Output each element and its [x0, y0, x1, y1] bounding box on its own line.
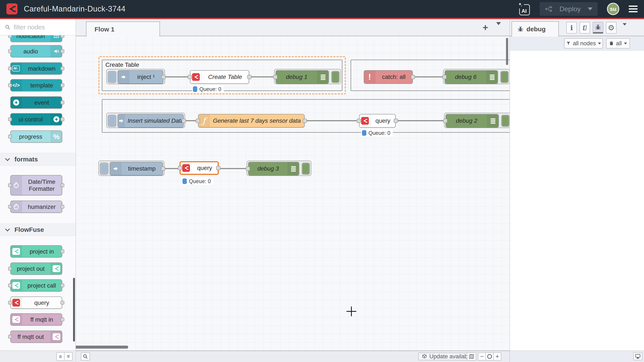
node-catch-all[interactable]: ! catch: all	[364, 70, 413, 84]
canvas-vertical-scrollbar[interactable]	[506, 38, 508, 65]
info-tab-button[interactable]: i	[566, 22, 577, 34]
node-debug-1[interactable]: debug 1	[276, 70, 329, 84]
palette-node-markdown[interactable]: M↓ markdown	[10, 62, 62, 75]
palette-node-ui-control[interactable]: ui control	[10, 113, 62, 126]
palette-node-ff-mqtt-out[interactable]: ff mqtt out	[10, 331, 62, 343]
node-generate-sensor-data[interactable]: ƒ Generate last 7 days sensor data	[198, 114, 304, 128]
output-port[interactable]	[161, 167, 165, 171]
tab-debug[interactable]: debug	[512, 21, 559, 37]
flow-canvas[interactable]: Create Table inject ¹ Create Table Queue…	[76, 36, 510, 351]
output-port[interactable]	[247, 75, 252, 79]
input-port[interactable]	[273, 75, 278, 79]
output-port[interactable]	[302, 119, 307, 123]
ai-assistant-button[interactable]: AI	[518, 2, 530, 16]
node-timestamp[interactable]: timestamp	[110, 162, 163, 176]
zoom-out-button[interactable]: −	[478, 353, 486, 361]
node-query-2[interactable]: query	[359, 114, 396, 128]
minimap-button[interactable]	[467, 353, 476, 361]
tab-flow-1[interactable]: Flow 1	[86, 21, 160, 37]
node-debug-6[interactable]: debug 6	[445, 70, 498, 84]
deploy-button[interactable]: Deploy	[540, 2, 598, 16]
wire[interactable]	[250, 76, 276, 77]
palette-node-template[interactable]: </> template	[10, 79, 62, 91]
node-insert-simulated-data[interactable]: Insert simulated Data	[118, 114, 184, 128]
input-port[interactable]	[188, 75, 192, 79]
palette-node-project-out[interactable]: project out	[10, 262, 62, 275]
output-port[interactable]	[411, 75, 415, 79]
search-icon	[5, 24, 11, 30]
add-flow-button[interactable]: +	[480, 22, 491, 33]
input-port[interactable]	[178, 166, 182, 170]
input-port[interactable]	[357, 119, 361, 123]
debug-clear-button[interactable]: all	[606, 38, 630, 48]
node-debug-2[interactable]: debug 2	[446, 114, 499, 128]
input-port[interactable]	[196, 119, 200, 123]
input-port[interactable]	[443, 119, 448, 123]
circle-arrow-icon	[51, 114, 62, 125]
wire[interactable]	[164, 76, 191, 77]
output-port[interactable]	[216, 166, 220, 170]
palette-node-datetime-formatter[interactable]: Date/Time Formatter	[10, 175, 62, 195]
help-tab-button[interactable]	[580, 22, 590, 34]
palette-scrollbar[interactable]	[73, 278, 75, 342]
debug-toggle-button[interactable]	[500, 71, 508, 83]
wire[interactable]	[396, 120, 446, 121]
input-port	[8, 205, 12, 209]
output-port[interactable]	[394, 119, 398, 123]
zoom-reset-button[interactable]	[486, 353, 494, 361]
palette-node-humanizer[interactable]: humanizer	[10, 200, 62, 213]
palette-search[interactable]	[0, 19, 76, 35]
output-port	[60, 67, 64, 70]
input-port[interactable]	[442, 75, 446, 79]
expand-all-button[interactable]	[64, 352, 72, 361]
palette-node-ff-mqtt-in[interactable]: ff mqtt in	[10, 313, 62, 326]
input-port	[8, 35, 12, 38]
search-flows-button[interactable]	[81, 353, 90, 361]
wire[interactable]	[414, 76, 446, 77]
palette-category-flowfuse[interactable]: FlowFuse	[0, 223, 76, 236]
wire[interactable]	[306, 120, 360, 121]
palette-node-audio[interactable]: audio	[10, 45, 62, 57]
palette-node-event[interactable]: event	[10, 96, 62, 109]
debug-filter-button[interactable]: all nodes	[564, 38, 603, 48]
input-port[interactable]	[246, 167, 250, 171]
sidebar-footer	[510, 351, 644, 362]
input-port	[8, 67, 12, 70]
circle-arrow-icon	[11, 97, 22, 108]
palette-node-project-in[interactable]: project in	[10, 245, 62, 258]
inject-button[interactable]	[108, 115, 116, 127]
canvas-horizontal-scrollbar[interactable]	[76, 346, 128, 349]
main-menu-button[interactable]	[629, 5, 638, 12]
debug-toggle-button[interactable]	[302, 163, 310, 175]
zoom-in-button[interactable]: +	[493, 353, 501, 361]
wire[interactable]	[219, 168, 249, 169]
node-inject-1[interactable]: inject ¹	[118, 70, 163, 84]
inject-button[interactable]	[100, 163, 108, 175]
sidebar-menu-caret[interactable]	[623, 25, 626, 29]
output-port[interactable]	[182, 119, 186, 123]
palette-node-project-call[interactable]: project call	[10, 279, 62, 292]
debug-toggle-button[interactable]	[501, 115, 510, 127]
palette-node-query[interactable]: query	[10, 297, 62, 309]
node-debug-3[interactable]: debug 3	[248, 162, 299, 176]
palette-node-progress[interactable]: progress %	[10, 130, 62, 143]
node-query-3-selected[interactable]: query	[180, 161, 219, 175]
search-input[interactable]	[14, 24, 65, 31]
open-in-window-button[interactable]	[633, 352, 642, 360]
output-port[interactable]	[162, 75, 166, 79]
debug-messages-tab-button[interactable]	[593, 22, 603, 34]
collapse-all-button[interactable]	[56, 352, 64, 361]
inject-arrow-icon	[110, 162, 121, 175]
palette-node-notification[interactable]: notification	[10, 35, 62, 42]
palette-category-formats[interactable]: formats	[0, 153, 76, 166]
inject-arrow-icon	[118, 71, 129, 83]
debug-toggle-button[interactable]	[331, 71, 340, 83]
trash-icon	[609, 41, 614, 46]
queue-dot-icon	[362, 130, 366, 136]
flow-list-caret[interactable]	[496, 25, 501, 29]
node-create-table-query[interactable]: Create Table	[190, 70, 249, 84]
deploy-caret-icon[interactable]	[588, 7, 592, 10]
inject-button[interactable]	[108, 71, 116, 83]
config-nodes-tab-button[interactable]: ⚙	[606, 22, 616, 34]
user-avatar[interactable]: su	[607, 3, 619, 15]
